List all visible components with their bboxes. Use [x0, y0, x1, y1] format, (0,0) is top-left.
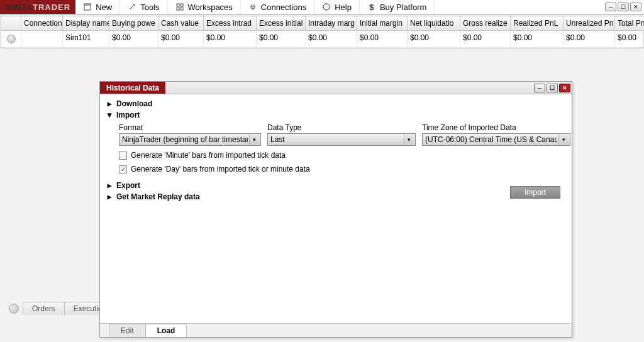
col-gross-realized[interactable]: Gross realize [460, 16, 511, 31]
col-display-name[interactable]: Display name [63, 16, 109, 31]
dialog-tab-bar: Edit Load [100, 323, 572, 337]
connection-status-icon [9, 304, 19, 314]
grid-header-row: Connection Display name Buying powe Cash… [1, 16, 643, 31]
col-total-pnl[interactable]: Total PnL [615, 16, 644, 31]
menu-buy-label: Buy Platform [380, 3, 426, 12]
menu-workspaces-label: Workspaces [188, 3, 233, 12]
accounts-grid: Connection Display name Buying powe Cash… [1, 16, 643, 48]
menu-new[interactable]: New [75, 0, 120, 14]
format-select[interactable]: NinjaTrader (beginning of bar timestamps… [119, 133, 261, 146]
tree-market-replay-label: Get Market Replay data [116, 192, 200, 201]
help-icon [322, 3, 331, 11]
col-net-liq[interactable]: Net liquidatio [408, 16, 460, 31]
col-unrealized-pnl[interactable]: Unrealized Pn [564, 16, 615, 31]
main-minimize-button[interactable]: ─ [605, 3, 616, 11]
caret-down-icon: ▼ [106, 111, 113, 119]
menu-connections[interactable]: Connections [241, 0, 314, 14]
timezone-select[interactable]: (UTC-06:00) Central Time (US & Canada) ▾ [422, 133, 570, 146]
generate-minute-checkbox[interactable] [119, 152, 127, 160]
row-connection [21, 31, 63, 48]
row-buying-power: $0.00 [109, 31, 158, 48]
dialog-tab-edit[interactable]: Edit [109, 324, 146, 337]
col-excess-initial[interactable]: Excess initial [257, 16, 306, 31]
tree-import[interactable]: ▼ Import [106, 109, 565, 121]
tree-download-label: Download [116, 99, 152, 108]
import-button-label: Import [525, 188, 546, 197]
tree-export[interactable]: ▶ Export [106, 180, 565, 191]
main-area: Connection Display name Buying powe Cash… [0, 16, 644, 317]
row-excess-intraday: $0.00 [204, 31, 257, 48]
row-total-pnl: $0.00 [615, 31, 644, 48]
menu-connections-label: Connections [261, 3, 306, 12]
generate-minute-label: Generate 'Minute' bars from imported tic… [131, 151, 286, 160]
row-display-name: Sim101 [63, 31, 109, 48]
status-dot-icon [7, 35, 16, 43]
row-status [1, 31, 21, 48]
row-intraday-margin: $0.00 [306, 31, 357, 48]
dialog-close-button[interactable]: ✕ [559, 84, 570, 92]
col-intraday-margin[interactable]: Intraday marg [306, 16, 357, 31]
chevron-down-icon: ▾ [404, 135, 414, 145]
format-select-value: NinjaTrader (beginning of bar timestamps… [122, 135, 248, 144]
row-realized-pnl: $0.00 [511, 31, 564, 48]
menu-buy-platform[interactable]: $ Buy Platform [360, 0, 435, 14]
import-button[interactable]: Import [510, 186, 560, 199]
menu-workspaces[interactable]: Workspaces [168, 0, 241, 14]
col-excess-intraday[interactable]: Excess intrad [204, 16, 257, 31]
caret-right-icon: ▶ [106, 181, 113, 190]
tree-import-label: Import [116, 111, 140, 119]
historical-data-dialog: Historical Data ─ ☐ ✕ ▶ Download ▼ Impor… [99, 81, 572, 338]
menu-help[interactable]: Help [314, 0, 360, 14]
col-connection[interactable]: Connection [21, 16, 63, 31]
dialog-minimize-button[interactable]: ─ [534, 84, 545, 92]
plug-icon [248, 3, 257, 11]
tree-market-replay[interactable]: ▶ Get Market Replay data [106, 191, 565, 202]
dialog-maximize-button[interactable]: ☐ [547, 84, 558, 92]
main-close-button[interactable]: ✕ [630, 3, 641, 11]
tools-icon [128, 3, 136, 11]
row-cash-value: $0.00 [158, 31, 204, 48]
label-format: Format [119, 123, 267, 132]
col-cash-value[interactable]: Cash value [158, 16, 204, 31]
col-status[interactable] [1, 16, 21, 31]
col-realized-pnl[interactable]: Realized PnL [511, 16, 564, 31]
table-row[interactable]: Sim101 $0.00 $0.00 $0.00 $0.00 $0.00 $0.… [1, 31, 643, 48]
svg-rect-5 [180, 8, 183, 10]
menubar: NINJATRADER New Tools Workspaces Connect… [0, 0, 644, 15]
row-unrealized-pnl: $0.00 [564, 31, 615, 48]
dialog-body: ▶ Download ▼ Import Format Data Type Tim… [100, 94, 572, 323]
label-data-type: Data Type [267, 123, 422, 132]
import-panel: Format Data Type Time Zone of Imported D… [119, 123, 565, 174]
col-buying-power[interactable]: Buying powe [109, 16, 158, 31]
main-maximize-button[interactable]: ☐ [618, 3, 629, 11]
svg-rect-3 [180, 4, 183, 6]
new-window-icon [83, 3, 92, 11]
generate-day-checkbox[interactable]: ✓ [119, 165, 127, 174]
svg-rect-2 [177, 4, 179, 6]
menu-help-label: Help [335, 3, 352, 12]
menu-list: New Tools Workspaces Connections Help [75, 0, 602, 14]
svg-rect-4 [177, 8, 179, 10]
row-net-liq: $0.00 [408, 31, 460, 48]
tree-export-label: Export [116, 181, 140, 190]
dialog-titlebar[interactable]: Historical Data ─ ☐ ✕ [100, 82, 572, 94]
brand-text-1: NINJA [5, 3, 33, 12]
datatype-select-value: Last [270, 135, 285, 144]
main-window-controls: ─ ☐ ✕ [602, 0, 644, 14]
svg-point-6 [323, 4, 330, 10]
datatype-select[interactable]: Last ▾ [267, 133, 416, 146]
menu-tools[interactable]: Tools [120, 0, 167, 14]
dialog-tab-load[interactable]: Load [145, 324, 187, 337]
tree-download[interactable]: ▶ Download [106, 98, 565, 109]
col-initial-margin[interactable]: Initial margin [357, 16, 408, 31]
generate-day-label: Generate 'Day' bars from imported tick o… [131, 165, 310, 174]
dollar-icon: $ [367, 3, 376, 11]
workspaces-icon [175, 3, 184, 11]
chevron-down-icon: ▾ [558, 135, 569, 145]
row-excess-initial: $0.00 [257, 31, 306, 48]
row-initial-margin: $0.00 [357, 31, 408, 48]
menu-tools-label: Tools [140, 3, 159, 12]
timezone-select-value: (UTC-06:00) Central Time (US & Canada) [425, 135, 557, 144]
chevron-down-icon: ▾ [249, 135, 259, 145]
tab-orders[interactable]: Orders [23, 302, 65, 315]
